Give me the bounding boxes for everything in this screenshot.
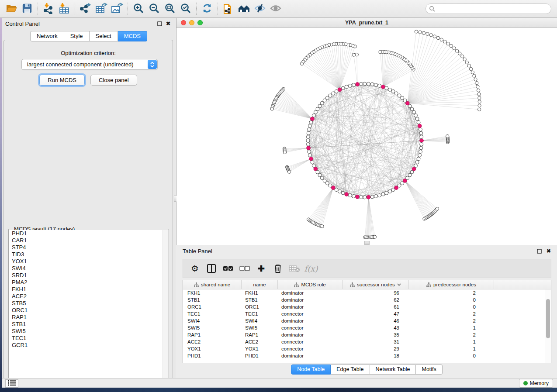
network-graph[interactable] bbox=[176, 28, 557, 245]
task-history-button[interactable] bbox=[5, 379, 18, 388]
save-session-button[interactable] bbox=[19, 2, 35, 16]
table-panel: Table Panel ✖ ⚙ ✚ f bbox=[176, 245, 557, 379]
table-row[interactable]: SWI5SWI5connector431 bbox=[183, 324, 545, 331]
network-from-file-button[interactable] bbox=[221, 2, 236, 16]
tab-style[interactable]: Style bbox=[64, 31, 90, 41]
table-scrollbar[interactable] bbox=[545, 289, 551, 363]
export-network-button[interactable] bbox=[78, 2, 93, 16]
horizontal-splitter-handle[interactable] bbox=[364, 241, 370, 245]
refresh-button[interactable] bbox=[199, 2, 215, 16]
table-row[interactable]: RAP1RAP1dominator352 bbox=[183, 331, 545, 338]
run-mcds-button[interactable]: Run MCDS bbox=[39, 75, 85, 86]
column-header-shared-name[interactable]: shared name bbox=[183, 280, 242, 289]
memory-label: Memory bbox=[530, 380, 549, 386]
table-row[interactable]: ORC1ORC1dominator610 bbox=[183, 303, 545, 310]
zoom-selected-button[interactable] bbox=[178, 2, 194, 16]
mcds-result-item[interactable]: SRD1 bbox=[9, 272, 163, 279]
tab-mcds[interactable]: MCDS bbox=[118, 31, 147, 41]
mcds-result-item[interactable]: CAR1 bbox=[9, 237, 163, 244]
mcds-result-item[interactable]: RAP1 bbox=[9, 314, 163, 321]
export-table-button[interactable] bbox=[93, 2, 109, 16]
mcds-result-item[interactable]: ACE2 bbox=[9, 293, 163, 300]
table-cell: 0 bbox=[409, 297, 494, 303]
tab-select[interactable]: Select bbox=[90, 31, 118, 41]
close-table-panel-icon[interactable]: ✖ bbox=[546, 248, 552, 254]
mcds-result-item[interactable]: FKH1 bbox=[9, 286, 163, 293]
mcds-result-item[interactable]: STB1 bbox=[9, 321, 163, 328]
network-window-titlebar[interactable]: YPA_prune.txt_1 bbox=[176, 18, 557, 28]
import-network-button[interactable] bbox=[41, 2, 56, 16]
mcds-result-item[interactable]: TEC1 bbox=[9, 335, 163, 342]
mcds-result-item[interactable]: GCR1 bbox=[9, 342, 163, 349]
hide-selected-button[interactable] bbox=[252, 2, 268, 16]
column-label: successor nodes bbox=[357, 282, 394, 287]
export-image-button[interactable] bbox=[109, 2, 125, 16]
show-all-button[interactable] bbox=[268, 2, 284, 16]
float-table-panel-icon[interactable] bbox=[536, 248, 542, 254]
tab-edge-table[interactable]: Edge Table bbox=[331, 364, 370, 375]
node-table: shared namenameMCDS rolesuccessor nodesp… bbox=[183, 280, 551, 363]
mcds-result-list[interactable]: PHD1CAR1STP4TID3YOX1SWI4SRD1PMA2FKH1ACE2… bbox=[9, 230, 163, 384]
optimization-criterion-dropdown[interactable]: largest connected component (undirected) bbox=[21, 59, 158, 70]
mcds-list-scrollbar[interactable] bbox=[163, 230, 168, 384]
open-session-button[interactable] bbox=[3, 2, 19, 16]
trash-icon[interactable] bbox=[270, 261, 285, 276]
dropdown-stepper-icon bbox=[148, 60, 157, 69]
table-row[interactable]: SWI4SWI4dominator462 bbox=[183, 317, 545, 324]
table-cell: SWI4 bbox=[242, 318, 278, 323]
tab-network[interactable]: Network bbox=[30, 31, 64, 41]
search-field[interactable] bbox=[426, 3, 551, 14]
column-header-name[interactable]: name bbox=[242, 280, 278, 289]
select-all-icon[interactable] bbox=[221, 261, 235, 276]
table-cell: dominator bbox=[278, 318, 343, 323]
deselect-all-icon[interactable] bbox=[237, 261, 252, 276]
desktop-edge-bottom bbox=[0, 388, 557, 392]
houses-icon bbox=[238, 3, 251, 15]
first-neighbors-button[interactable] bbox=[236, 2, 252, 16]
import-network-icon bbox=[43, 3, 54, 15]
main-toolbar bbox=[0, 0, 557, 18]
tab-network-table[interactable]: Network Table bbox=[370, 364, 416, 375]
table-scrollbar-thumb[interactable] bbox=[546, 299, 550, 338]
close-panel-button[interactable]: Close panel bbox=[90, 75, 137, 86]
column-view-icon[interactable] bbox=[204, 261, 219, 276]
table-row[interactable]: TEC1TEC1connector472 bbox=[183, 310, 545, 317]
column-header-successor-nodes[interactable]: successor nodes bbox=[343, 280, 409, 289]
table-cell: 62 bbox=[343, 297, 409, 303]
table-row[interactable]: STB1STB1dominator620 bbox=[183, 296, 545, 303]
table-cell: 2 bbox=[409, 290, 494, 296]
mcds-result-item[interactable]: SWI4 bbox=[9, 265, 163, 272]
mcds-result-item[interactable]: PHD1 bbox=[9, 230, 163, 237]
mcds-result-item[interactable]: SWI5 bbox=[9, 328, 163, 335]
table-cell: 47 bbox=[343, 311, 409, 316]
float-window-icon[interactable] bbox=[156, 21, 163, 27]
mcds-result-item[interactable]: STP4 bbox=[9, 244, 163, 251]
zoom-out-button[interactable] bbox=[146, 2, 162, 16]
table-row[interactable]: FKH1FKH1dominator962 bbox=[183, 289, 545, 296]
table-toolbar: ⚙ ✚ f(x) bbox=[183, 259, 551, 278]
mcds-result-item[interactable]: ORC1 bbox=[9, 307, 163, 314]
table-row[interactable]: ACE2ACE2connector311 bbox=[183, 338, 545, 345]
mcds-result-item[interactable]: YOX1 bbox=[9, 258, 163, 265]
table-cell: FKH1 bbox=[183, 290, 242, 296]
table-cell: PHD1 bbox=[242, 353, 278, 358]
search-input[interactable] bbox=[436, 5, 551, 13]
column-header-MCDS-role[interactable]: MCDS role bbox=[278, 280, 343, 289]
mcds-result-item[interactable]: TID3 bbox=[9, 251, 163, 258]
memory-button[interactable]: Memory bbox=[519, 379, 553, 388]
zoom-in-button[interactable] bbox=[131, 2, 146, 16]
close-panel-icon[interactable]: ✖ bbox=[165, 21, 171, 27]
network-canvas[interactable] bbox=[176, 28, 557, 245]
gear-icon[interactable]: ⚙ bbox=[187, 261, 202, 276]
column-header-predecessor-nodes[interactable]: predecessor nodes bbox=[409, 280, 494, 289]
table-cell: SWI5 bbox=[242, 325, 278, 330]
table-row[interactable]: PHD1PHD1dominator180 bbox=[183, 352, 545, 359]
tab-motifs[interactable]: Motifs bbox=[416, 364, 442, 375]
zoom-fit-button[interactable] bbox=[162, 2, 178, 16]
tab-node-table[interactable]: Node Table bbox=[291, 364, 331, 375]
import-table-button[interactable] bbox=[56, 2, 72, 16]
table-row[interactable]: YOX1YOX1connector291 bbox=[183, 345, 545, 352]
mcds-result-item[interactable]: STB5 bbox=[9, 300, 163, 307]
add-column-icon[interactable]: ✚ bbox=[254, 261, 269, 276]
mcds-result-item[interactable]: PMA2 bbox=[9, 279, 163, 286]
